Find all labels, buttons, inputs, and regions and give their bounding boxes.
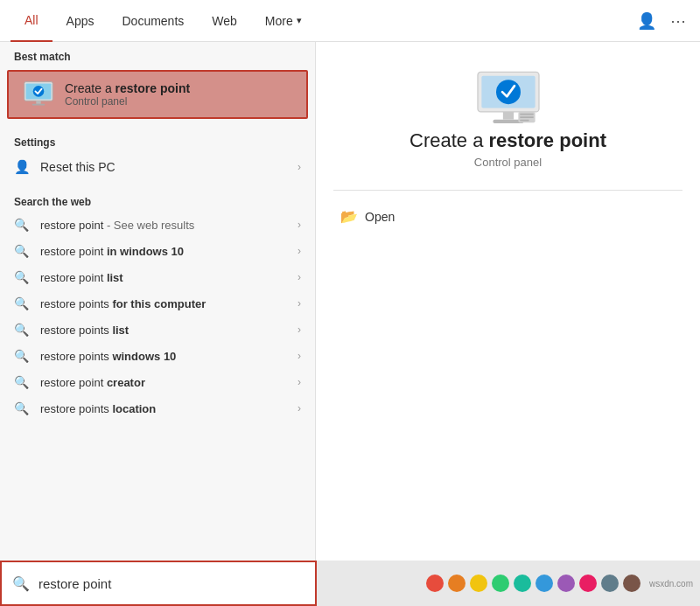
best-match-subtitle: Control panel (65, 95, 190, 108)
web-item-1[interactable]: 🔍 restore point in windows 10 › (0, 238, 315, 264)
web-section: Search the web 🔍 restore point - See web… (0, 184, 315, 425)
chevron-right-icon: › (298, 376, 301, 388)
svg-rect-11 (520, 114, 534, 115)
web-item-6[interactable]: 🔍 restore point creator › (0, 369, 315, 395)
web-item-3[interactable]: 🔍 restore points for this computer › (0, 290, 315, 317)
header-icons: 👤 ⋯ (637, 11, 686, 31)
dot-2 (448, 575, 466, 592)
search-icon-0: 🔍 (14, 218, 30, 232)
web-item-4[interactable]: 🔍 restore points list › (0, 317, 315, 343)
chevron-right-icon: › (298, 324, 301, 336)
tab-apps[interactable]: Apps (52, 0, 108, 42)
tab-all[interactable]: All (10, 0, 52, 42)
search-icon-2: 🔍 (14, 270, 30, 284)
settings-label: Settings (0, 128, 315, 152)
tab-more[interactable]: More ▾ (251, 0, 316, 42)
search-icon-1: 🔍 (14, 244, 30, 258)
dot-6 (536, 575, 553, 592)
svg-rect-12 (520, 116, 534, 118)
web-item-text-2: restore point list (40, 271, 298, 284)
best-match-title: Create a restore point (65, 81, 190, 95)
web-item-text-7: restore points location (40, 402, 298, 415)
taskbar-dots (426, 575, 640, 592)
chevron-right-icon: › (298, 271, 301, 283)
right-panel: Create a restore point Control panel 📂 O… (315, 42, 700, 606)
taskbar-area: wsxdn.com (317, 561, 700, 606)
web-item-text-0: restore point - See web results (40, 219, 298, 232)
web-item-text-6: restore point creator (40, 376, 298, 389)
brand-label: wsxdn.com (649, 579, 693, 589)
svg-rect-3 (36, 101, 40, 104)
search-overlay: All Apps Documents Web More ▾ 👤 ⋯ Best m… (0, 0, 700, 606)
settings-item-label: Reset this PC (40, 160, 298, 174)
web-item-text-4: restore points list (40, 324, 298, 337)
dot-10 (623, 575, 640, 592)
control-panel-icon (23, 79, 54, 110)
svg-rect-4 (32, 104, 45, 106)
dot-5 (514, 575, 531, 592)
best-match-label: Best match (0, 42, 315, 66)
search-icon-7: 🔍 (14, 401, 30, 415)
search-icon-3: 🔍 (14, 296, 30, 310)
chevron-right-icon: › (298, 402, 301, 414)
left-panel: Best match (0, 42, 315, 606)
tab-documents[interactable]: Documents (108, 0, 198, 42)
web-label: Search the web (0, 187, 315, 212)
divider (333, 190, 682, 191)
search-input[interactable] (38, 576, 304, 591)
ellipsis-icon[interactable]: ⋯ (670, 11, 686, 31)
web-item-text-3: restore points for this computer (40, 297, 298, 310)
web-item-0[interactable]: 🔍 restore point - See web results › (0, 212, 315, 238)
detail-subtitle: Control panel (474, 156, 542, 169)
web-item-5[interactable]: 🔍 restore points windows 10 › (0, 343, 315, 369)
open-icon: 📂 (340, 208, 358, 225)
web-item-text-1: restore point in windows 10 (40, 245, 298, 258)
search-icon-5: 🔍 (14, 349, 30, 363)
dot-4 (492, 575, 509, 592)
svg-rect-13 (520, 120, 529, 122)
search-bar[interactable]: 🔍 (0, 561, 317, 606)
open-label: Open (365, 210, 395, 224)
web-item-2[interactable]: 🔍 restore point list › (0, 264, 315, 290)
best-match-item[interactable]: Create a restore point Control panel (7, 70, 308, 119)
dot-8 (579, 575, 597, 592)
search-icon-4: 🔍 (14, 323, 30, 337)
tab-web[interactable]: Web (198, 0, 251, 42)
svg-point-7 (496, 80, 521, 104)
person-icon[interactable]: 👤 (637, 11, 656, 31)
dot-3 (470, 575, 487, 592)
content-area: Best match (0, 42, 700, 606)
search-icon-6: 🔍 (14, 375, 30, 389)
chevron-right-icon: › (298, 350, 301, 362)
dot-1 (426, 575, 444, 592)
web-item-text-5: restore points windows 10 (40, 350, 298, 363)
svg-rect-8 (502, 112, 513, 120)
chevron-right-icon: › (298, 219, 301, 231)
tab-bar: All Apps Documents Web More ▾ 👤 ⋯ (0, 0, 700, 42)
best-match-text: Create a restore point Control panel (65, 81, 190, 108)
chevron-right-icon: › (298, 161, 301, 173)
person-circle-icon: 👤 (14, 159, 30, 175)
open-action-button[interactable]: 📂 Open (333, 205, 402, 228)
dot-7 (557, 575, 575, 592)
chevron-right-icon: › (298, 297, 301, 310)
detail-monitor-icon (473, 68, 543, 129)
search-bar-icon: 🔍 (12, 575, 30, 592)
settings-reset-pc[interactable]: 👤 Reset this PC › (0, 152, 315, 182)
chevron-right-icon: › (298, 245, 301, 257)
dot-9 (601, 575, 619, 592)
settings-section: Settings 👤 Reset this PC › (0, 122, 315, 184)
web-item-7[interactable]: 🔍 restore points location › (0, 395, 315, 421)
detail-title: Create a restore point (410, 129, 606, 152)
